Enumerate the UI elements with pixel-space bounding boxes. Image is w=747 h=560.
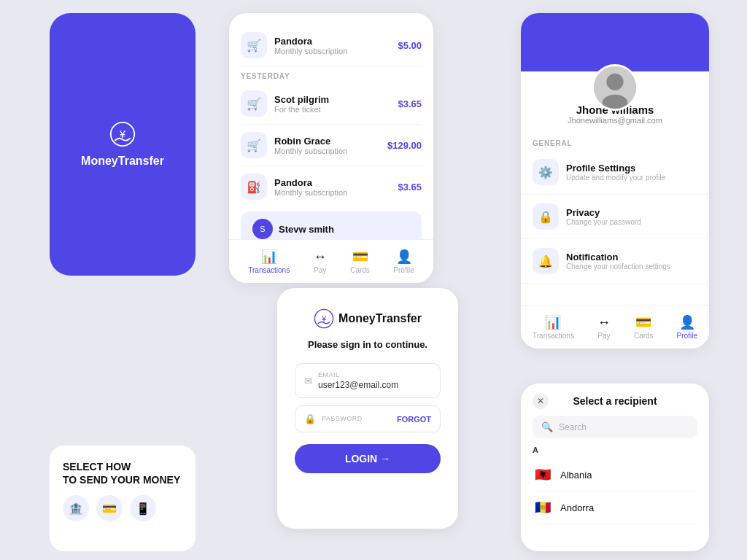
settings-title: Profile Settings [566, 163, 665, 174]
email-value: user123@email.com [318, 380, 398, 390]
search-box[interactable]: 🔍 Search [533, 416, 697, 438]
mobile-icon[interactable]: 📱 [130, 495, 156, 521]
country-section-label: A [533, 446, 697, 454]
trans-name: Robin Grace [274, 136, 347, 147]
login-logo-text: MoneyTransfer [338, 312, 422, 325]
trans-name: Pandora [274, 36, 347, 47]
privacy-icon: 🔒 [533, 203, 559, 230]
trans-icon: 🛒 [241, 132, 267, 158]
settings-icon: ⚙️ [533, 159, 559, 185]
login-button[interactable]: LOGIN → [295, 444, 441, 473]
avatar [592, 64, 638, 111]
notification-sub: Change your notifaction settings [566, 262, 670, 271]
transactions-nav-label: Transactions [248, 266, 290, 274]
p-cards-icon: 💳 [635, 314, 651, 330]
password-field-wrap: 🔒 PASSWORD FORGOT [295, 405, 441, 432]
svg-point-5 [606, 74, 623, 90]
trans-sub: For the ticket [274, 105, 329, 114]
profile-nav-bar: 📊 Transactions ↔ Pay 💳 Cards 👤 Profile [521, 305, 709, 349]
transactions-nav-icon: 📊 [261, 249, 277, 265]
p-profile-icon: 👤 [679, 314, 695, 330]
transaction-list: 🛒 Pandora Monthly subscription $5.00 YES… [229, 13, 433, 207]
close-button[interactable]: ✕ [533, 393, 549, 409]
privacy-sub: Change your password [566, 218, 641, 226]
nav-cards[interactable]: 💳 Cards [350, 249, 370, 274]
trans-amount: $3.65 [398, 182, 422, 192]
profile-screen: Jhone williams Jhonewilliams@gmail.com G… [521, 13, 709, 349]
search-placeholder: Search [559, 422, 587, 432]
transactions-screen: 🛒 Pandora Monthly subscription $5.00 YES… [229, 13, 433, 283]
p-profile-label: Profile [677, 332, 697, 340]
trans-icon: 🛒 [241, 32, 267, 58]
forgot-button[interactable]: FORGOT [397, 415, 431, 424]
select-how-title: SELECT HOWTO SEND YOUR MONEY [63, 460, 182, 486]
table-row: ⛽ Pandora Monthly subscription $3.65 [241, 166, 422, 207]
andorra-flag: 🇦🇩 [533, 497, 553, 518]
privacy-title: Privacy [566, 207, 641, 218]
p-transactions-label: Transactions [533, 332, 574, 340]
profile-nav-pay[interactable]: ↔ Pay [597, 315, 611, 340]
recipient-screen: ✕ Select a recipient 🔍 Search A 🇦🇱 Alban… [521, 384, 709, 551]
p-cards-label: Cards [634, 332, 654, 340]
trans-sub: Monthly subscription [274, 188, 347, 197]
splash-logo-text: MoneyTransfer [81, 155, 164, 168]
profile-email: Jhonewilliams@gmail.com [533, 116, 697, 125]
nav-transactions[interactable]: 📊 Transactions [248, 249, 290, 274]
bank-icon[interactable]: 🏦 [63, 495, 89, 521]
nav-pay[interactable]: ↔ Pay [314, 249, 327, 274]
albania-name: Albania [560, 470, 592, 481]
lock-icon: 🔒 [304, 413, 316, 424]
email-input-group[interactable]: ✉ EMAIL user123@email.com [295, 363, 441, 398]
card-icon[interactable]: 💳 [96, 495, 123, 521]
login-subtitle: Please sign in to continue. [308, 339, 427, 350]
list-item[interactable]: 🇦🇱 Albania [533, 459, 697, 491]
trans-amount: $5.00 [398, 40, 422, 51]
profile-nav-profile[interactable]: 👤 Profile [677, 314, 697, 340]
profile-settings-item[interactable]: ⚙️ Profile Settings Update and modify yo… [521, 150, 709, 195]
password-label: PASSWORD [322, 415, 391, 422]
p-transactions-icon: 📊 [545, 314, 561, 330]
table-row: 🛒 Pandora Monthly subscription $5.00 [241, 25, 422, 66]
table-row: 🛒 Robin Grace Monthly subscription $129.… [241, 125, 422, 166]
notification-item[interactable]: 🔔 Notification Change your notifaction s… [521, 239, 709, 284]
settings-sub: Update and modify your profile [566, 174, 665, 182]
select-how-card: SELECT HOWTO SEND YOUR MONEY 🏦 💳 📱 [50, 446, 196, 551]
nav-profile[interactable]: 👤 Profile [393, 249, 414, 274]
profile-nav-icon: 👤 [396, 249, 412, 265]
steve-name: Stevw smith [279, 224, 334, 235]
login-logo-icon: ¥ [314, 308, 334, 329]
section-yesterday-label: YESTERDAY [241, 66, 422, 83]
trans-name: Pandora [274, 177, 347, 188]
recipient-title: Select a recipient [573, 395, 657, 407]
cards-nav-label: Cards [350, 266, 370, 274]
list-item[interactable]: 🇦🇩 Andorra [533, 491, 697, 524]
password-input-group[interactable]: 🔒 PASSWORD FORGOT [295, 405, 441, 432]
notification-title: Notification [566, 252, 670, 262]
trans-icon: ⛽ [241, 174, 267, 200]
send-method-icons: 🏦 💳 📱 [63, 495, 182, 521]
andorra-name: Andorra [560, 502, 594, 513]
email-label: EMAIL [318, 371, 398, 378]
login-screen: ¥ MoneyTransfer Please sign in to contin… [277, 288, 458, 529]
email-icon: ✉ [304, 376, 312, 386]
steve-avatar: S [252, 219, 273, 239]
recipient-header: ✕ Select a recipient [533, 395, 697, 407]
albania-flag: 🇦🇱 [533, 464, 553, 485]
transactions-nav-bar: 📊 Transactions ↔ Pay 💳 Cards 👤 Profile [229, 239, 433, 283]
splash-screen: ¥ MoneyTransfer [50, 13, 196, 276]
table-row: 🛒 Scot pilgrim For the ticket $3.65 [241, 83, 422, 125]
general-label: GENERAL [521, 133, 709, 150]
avatar-image [594, 66, 636, 109]
trans-amount: $129.00 [387, 140, 422, 151]
privacy-item[interactable]: 🔒 Privacy Change your password [521, 195, 709, 239]
trans-name: Scot pilgrim [274, 94, 329, 105]
cards-nav-icon: 💳 [352, 249, 368, 265]
profile-header [521, 13, 709, 71]
profile-nav-cards[interactable]: 💳 Cards [634, 314, 654, 340]
trans-sub: Monthly subscription [274, 147, 347, 155]
pay-nav-icon: ↔ [314, 249, 327, 265]
trans-sub: Monthly subscription [274, 47, 347, 55]
profile-nav-transactions[interactable]: 📊 Transactions [533, 314, 574, 340]
p-pay-icon: ↔ [597, 315, 611, 330]
canvas: ¥ MoneyTransfer SELECT HOWTO SEND YOUR M… [0, 0, 747, 560]
